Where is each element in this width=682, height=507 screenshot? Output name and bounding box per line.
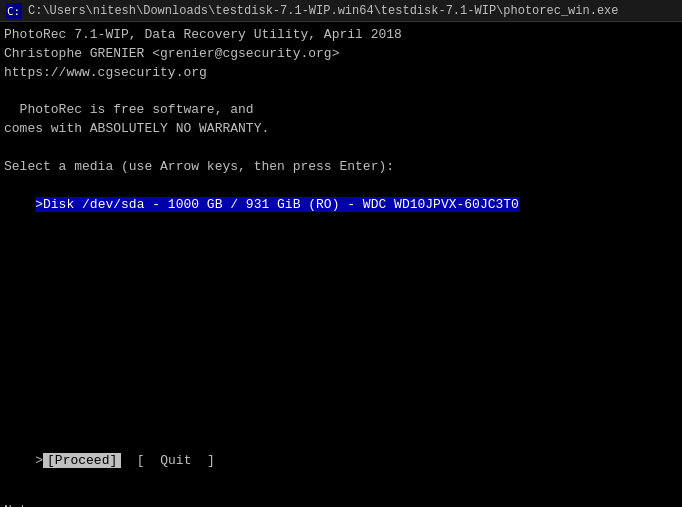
note-section: Note: Disk capacity must be correctly de… (4, 502, 678, 507)
disk-entry[interactable]: >Disk /dev/sda - 1000 GB / 931 GiB (RO) … (35, 197, 519, 212)
header-line-3: https://www.cgsecurity.org (4, 64, 678, 83)
spacer-1: [ (121, 453, 160, 468)
free-text-1: PhotoRec is free software, and (4, 101, 678, 120)
quit-button[interactable]: Quit (160, 453, 191, 468)
cmd-icon: C: (6, 3, 22, 19)
button-row: >[Proceed] [ Quit ] (4, 433, 678, 490)
svg-text:C:: C: (7, 5, 20, 18)
spacer-row (4, 490, 678, 498)
title-bar: C: C:\Users\nitesh\Downloads\testdisk-7.… (0, 0, 682, 22)
title-bar-path: C:\Users\nitesh\Downloads\testdisk-7.1-W… (28, 4, 619, 18)
free-text-blank (4, 83, 678, 102)
select-prompt: Select a media (use Arrow keys, then pre… (4, 158, 678, 177)
spacer-2: ] (191, 453, 214, 468)
terminal: PhotoRec 7.1-WIP, Data Recovery Utility,… (0, 22, 682, 507)
free-text-2: comes with ABSOLUTELY NO WARRANTY. (4, 120, 678, 139)
header-line-1: PhotoRec 7.1-WIP, Data Recovery Utility,… (4, 26, 678, 45)
gt-symbol: > (35, 453, 43, 468)
note-title: Note: (4, 502, 678, 507)
header-line-2: Christophe GRENIER <grenier@cgsecurity.o… (4, 45, 678, 64)
empty-space (4, 233, 678, 433)
select-blank (4, 139, 678, 158)
disk-entry-row[interactable]: >Disk /dev/sda - 1000 GB / 931 GiB (RO) … (4, 177, 678, 234)
proceed-button[interactable]: [Proceed] (43, 453, 121, 468)
